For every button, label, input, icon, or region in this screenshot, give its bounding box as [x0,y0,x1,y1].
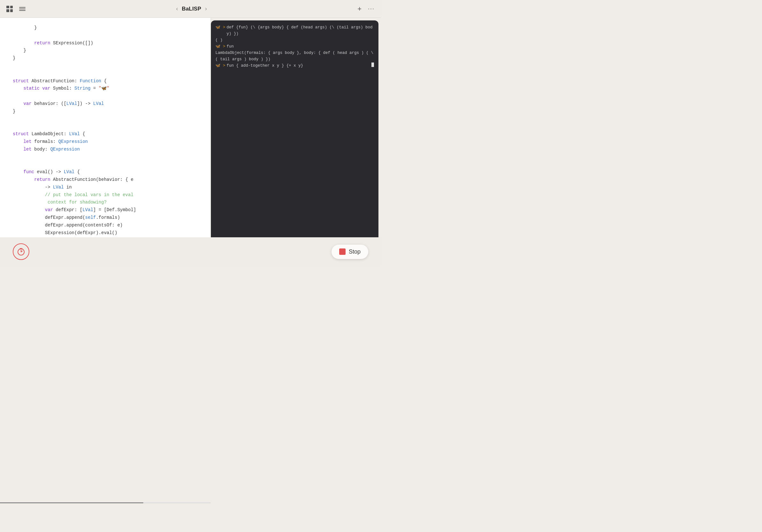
code-line: func eval() -> LVal { [13,168,198,176]
stop-icon [339,248,345,255]
code-line: SExpression(defExpr).eval() [13,229,198,237]
code-line [13,62,198,70]
terminal-prompt: 🦋 > [215,62,225,69]
main-content: } return SExpression([]) } } struct Abst… [0,18,381,237]
code-line: struct AbstractFunction: Function { [13,78,198,85]
bottom-bar: Stop [0,237,381,266]
top-bar: ‹ BaLISP › + ··· [0,0,381,18]
timer-icon [17,247,26,256]
code-line [13,115,198,123]
add-button[interactable]: + [357,5,361,13]
terminal-cursor [371,62,374,67]
code-line: } [13,47,198,54]
terminal-input-text: fun [227,43,374,50]
stop-button[interactable]: Stop [332,245,368,259]
terminal-line-2: ( ) [215,37,374,43]
code-line: return AbstractFunction(behavior: { e [13,176,198,184]
code-line [13,70,198,78]
nav-prev-button[interactable]: ‹ [176,5,178,12]
terminal-output-text: LambdaObject(formals: { args body }, bod… [215,50,373,56]
terminal-line-3: 🦋 > fun [215,43,374,50]
code-line: context for shadowing? [13,199,198,206]
terminal-line-5: ( tail args ) body ) }) [215,56,374,62]
code-line: let body: QExpression [13,146,198,154]
code-line: static var Symbol: String = "🦋" [13,85,198,93]
code-line: return SExpression([]) [13,39,198,47]
terminal-input-text: def {fun} (\ {args body} { def (head arg… [227,24,374,37]
top-bar-left [6,6,26,12]
terminal-content: 🦋 > def {fun} (\ {args body} { def (head… [211,21,378,237]
grid-view-icon[interactable] [6,6,13,12]
code-line: var behavior: ([LVal]) -> LVal [13,100,198,108]
code-line: let formals: QExpression [13,138,198,146]
code-line: } [13,24,198,32]
code-line [13,93,198,100]
code-line [13,123,198,130]
code-line: struct LambdaObject: LVal { [13,130,198,138]
terminal-prompt: 🦋 > [215,43,225,50]
stop-label: Stop [349,248,360,255]
code-content: } return SExpression([]) } } struct Abst… [0,24,211,237]
top-bar-right: + ··· [357,5,375,13]
code-line: defExpr.append(contentsOf: e) [13,222,198,229]
top-bar-center: ‹ BaLISP › [26,5,357,12]
list-view-icon[interactable] [19,6,26,12]
code-line [13,32,198,39]
nav-next-button[interactable]: › [205,5,207,12]
app-title: BaLISP [182,6,201,12]
terminal-line-1: 🦋 > def {fun} (\ {args body} { def (head… [215,24,374,37]
code-line [13,154,198,161]
code-line: } [13,54,198,62]
terminal-pane[interactable]: 🦋 > def {fun} (\ {args body} { def (head… [211,21,378,237]
code-line: defExpr.append(self.formals) [13,214,198,222]
more-options-button[interactable]: ··· [368,5,375,12]
code-line: -> LVal in [13,184,198,191]
timer-button[interactable] [13,243,29,260]
code-line [13,161,198,168]
terminal-input-text: fun { add-together x y } {+ x y} [227,62,371,69]
code-editor[interactable]: } return SExpression([]) } } struct Abst… [0,18,211,237]
code-line: var defExpr: [LVal] = [Def.Symbol] [13,206,198,214]
terminal-line-6: 🦋 > fun { add-together x y } {+ x y} [215,62,374,69]
terminal-line-4: LambdaObject(formals: { args body }, bod… [215,50,374,56]
code-line: // put the local vars in the eval [13,191,198,199]
terminal-prompt: 🦋 > [215,24,225,31]
terminal-output-text: ( ) [215,37,223,43]
code-line: } [13,108,198,115]
terminal-output-text: ( tail args ) body ) }) [215,56,270,62]
